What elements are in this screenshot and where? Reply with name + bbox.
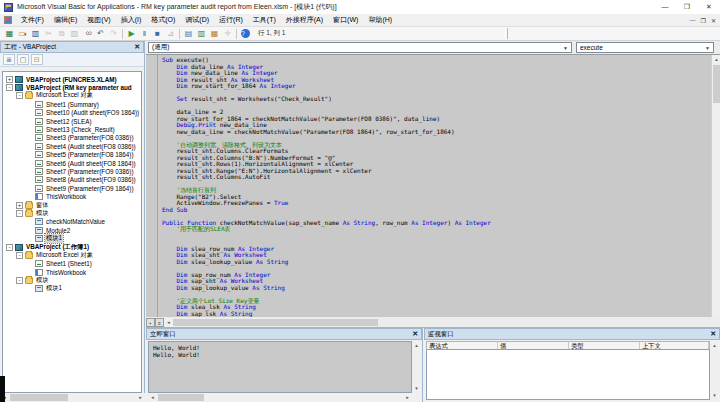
save-icon[interactable]: ▥ xyxy=(29,28,42,40)
close-button[interactable]: ✕ xyxy=(698,0,720,14)
mdi-close-button[interactable]: ✕ xyxy=(711,17,716,24)
full-module-view-icon[interactable]: ≡ xyxy=(155,318,164,327)
scroll-right-icon[interactable]: ▸ xyxy=(136,393,145,402)
menu-item-10[interactable]: 帮助(H) xyxy=(363,14,397,26)
project-tree-hscrollbar[interactable]: ◂ ▸ xyxy=(0,393,145,402)
view-object-icon[interactable]: ▢ xyxy=(17,54,29,65)
hscroll-thumb[interactable] xyxy=(10,394,68,401)
tree-item-2[interactable]: -Microsoft Excel 对象 xyxy=(3,92,141,100)
design-mode-icon[interactable]: ⊿ xyxy=(164,28,177,40)
collapse-icon[interactable]: - xyxy=(16,210,23,217)
scroll-up-icon[interactable]: ▴ xyxy=(712,55,720,64)
watch-window-body[interactable] xyxy=(426,350,710,400)
view-code-icon[interactable]: ≣ xyxy=(3,54,15,65)
tree-item-6[interactable]: Sheet13 (Check_Result) xyxy=(3,125,141,133)
watch-column-1[interactable]: 值 xyxy=(498,342,569,349)
project-explorer-icon[interactable]: ▤ xyxy=(182,28,195,40)
tree-item-13[interactable]: Sheet9 (Parameter(FO9 1864)) xyxy=(3,184,141,192)
expand-icon[interactable]: + xyxy=(16,202,23,209)
scroll-down-icon[interactable]: ▾ xyxy=(710,391,719,400)
tree-item-21[interactable]: -Microsoft Excel 对象 xyxy=(3,251,141,259)
hscroll-thumb[interactable] xyxy=(158,394,204,401)
help-icon[interactable]: ? xyxy=(239,28,252,40)
tree-item-25[interactable]: 模块1 xyxy=(3,285,141,293)
menu-item-0[interactable]: 文件(F) xyxy=(16,14,49,26)
menu-item-5[interactable]: 调试(D) xyxy=(180,14,214,26)
menu-item-1[interactable]: 编辑(E) xyxy=(49,14,82,26)
paste-icon[interactable]: ▨ xyxy=(68,28,81,40)
reset-icon[interactable]: ■ xyxy=(151,28,164,40)
watch-column-2[interactable]: 类型 xyxy=(569,342,640,349)
object-dropdown[interactable]: (通用) ▼ xyxy=(148,42,572,53)
tree-item-7[interactable]: Sheet3 (Parameter(FO8 0386)) xyxy=(3,134,141,142)
menu-item-2[interactable]: 视图(V) xyxy=(82,14,115,26)
find-icon[interactable]: ထ xyxy=(81,28,94,40)
tree-item-18[interactable]: Module2 xyxy=(3,226,141,234)
immediate-window-body[interactable]: Hello, World!Hello, World! xyxy=(148,341,412,393)
collapse-icon[interactable]: - xyxy=(6,84,13,91)
collapse-icon[interactable]: - xyxy=(16,252,23,259)
tree-item-8[interactable]: Sheet4 (Audit sheet(FO8 0386)) xyxy=(3,142,141,150)
menu-item-7[interactable]: 工具(T) xyxy=(248,14,281,26)
immediate-hscrollbar[interactable]: ◂ ▸ xyxy=(148,393,412,402)
tree-item-15[interactable]: +窗体 xyxy=(3,201,141,209)
redo-icon[interactable]: ↷ xyxy=(107,28,120,40)
tree-item-9[interactable]: Sheet5 (Parameter(FO8 1864)) xyxy=(3,151,141,159)
mdi-restore-button[interactable]: ❐ xyxy=(701,17,706,24)
tree-item-16[interactable]: -模块 xyxy=(3,209,141,217)
scroll-right-icon[interactable]: ▸ xyxy=(403,393,412,402)
scroll-up-icon[interactable]: ▴ xyxy=(710,341,719,350)
project-explorer-close-icon[interactable]: ✕ xyxy=(134,42,140,52)
run-icon[interactable]: ▶ xyxy=(125,28,138,40)
expand-icon[interactable]: + xyxy=(6,76,13,83)
tree-item-23[interactable]: ThisWorkbook xyxy=(3,268,141,276)
tree-item-4[interactable]: Sheet10 (Audit sheet(FO9 1864)) xyxy=(3,109,141,117)
dropdown-caret-icon[interactable]: ▾ xyxy=(24,28,27,40)
properties-window-icon[interactable]: ▥ xyxy=(195,28,208,40)
code-vscrollbar[interactable]: ▴ xyxy=(711,55,720,317)
mdi-minimize-button[interactable]: — xyxy=(690,17,696,23)
insert-userform-icon[interactable]: ▭▾ xyxy=(16,28,29,40)
hscroll-thumb[interactable] xyxy=(173,319,378,326)
toolbox-icon[interactable]: ✛ xyxy=(221,28,234,40)
tree-item-10[interactable]: Sheet6 (Audit sheet(FO8 1864)) xyxy=(3,159,141,167)
tree-item-17[interactable]: checkNotMatchValue xyxy=(3,218,141,226)
tree-item-24[interactable]: -模块 xyxy=(3,276,141,284)
procedure-view-icon[interactable]: ▪ xyxy=(146,318,155,327)
copy-icon[interactable]: ⧉ xyxy=(55,28,68,40)
menu-item-9[interactable]: 窗口(W) xyxy=(328,14,363,26)
code-margin-indicator-bar[interactable] xyxy=(146,55,158,317)
tree-item-3[interactable]: Sheet1 (Summary) xyxy=(3,100,141,108)
menu-item-8[interactable]: 外接程序(A) xyxy=(281,14,328,26)
break-icon[interactable]: ‖ xyxy=(138,28,151,40)
tree-item-5[interactable]: Sheet12 (SLEA) xyxy=(3,117,141,125)
immediate-vscrollbar[interactable]: ▴ ▾ xyxy=(412,341,421,393)
menu-item-4[interactable]: 格式(O) xyxy=(146,14,180,26)
menu-item-6[interactable]: 运行(R) xyxy=(214,14,248,26)
immediate-window-close-icon[interactable]: ✕ xyxy=(412,329,418,339)
object-browser-icon[interactable]: ▦ xyxy=(208,28,221,40)
vscroll-thumb[interactable] xyxy=(713,65,720,103)
procedure-dropdown[interactable]: execute ▼ xyxy=(576,42,714,53)
minimize-button[interactable]: — xyxy=(654,0,676,14)
tree-item-22[interactable]: Sheet1 (Sheet1) xyxy=(3,260,141,268)
tree-item-0[interactable]: +VBAProject (FUNCRES.XLAM) xyxy=(3,75,141,83)
scroll-up-icon[interactable]: ▴ xyxy=(412,341,421,350)
code-editor-area[interactable]: Sub execute() Dim data_line As Integer D… xyxy=(146,54,720,317)
scroll-left-icon[interactable]: ◂ xyxy=(148,393,157,402)
tree-item-11[interactable]: Sheet7 (Parameter(FO9 0386)) xyxy=(3,167,141,175)
collapse-icon[interactable]: - xyxy=(16,92,23,99)
maximize-button[interactable]: ❐ xyxy=(676,0,698,14)
scroll-down-icon[interactable]: ▾ xyxy=(412,384,421,393)
watch-column-0[interactable]: 表达式 xyxy=(427,342,498,349)
collapse-icon[interactable]: - xyxy=(16,277,23,284)
tree-item-14[interactable]: ThisWorkbook xyxy=(3,192,141,200)
watch-column-3[interactable]: 上下文 xyxy=(640,342,709,349)
collapse-icon[interactable]: - xyxy=(6,244,13,251)
scroll-left-icon[interactable]: ◂ xyxy=(164,318,173,327)
menu-item-3[interactable]: 插入(I) xyxy=(116,14,147,26)
watch-vscrollbar[interactable]: ▴ ▾ xyxy=(710,341,719,400)
cut-icon[interactable]: ✂ xyxy=(42,28,55,40)
view-excel-icon[interactable]: ▦ xyxy=(3,28,16,40)
tree-item-12[interactable]: Sheet8 (Audit sheet(FO9 0386)) xyxy=(3,176,141,184)
